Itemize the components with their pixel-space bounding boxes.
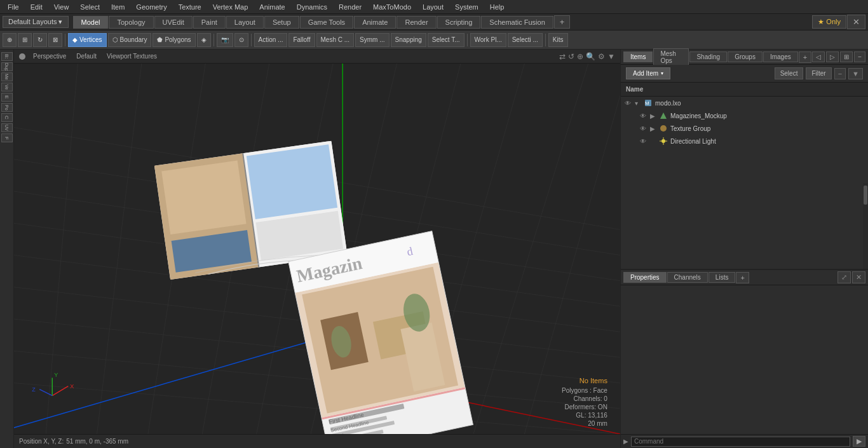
- rtab-mesh-ops[interactable]: Mesh Ops: [653, 48, 689, 66]
- tool-vertices[interactable]: ◆ Vertices: [68, 33, 107, 47]
- sidebar-btn-vert[interactable]: Ve: [1, 83, 13, 92]
- tab-schematic-fusion[interactable]: Schematic Fusion: [481, 16, 553, 29]
- menu-file[interactable]: File: [3, 2, 24, 12]
- viewport-dot[interactable]: [19, 53, 25, 60]
- viewport-tool-more[interactable]: ▼: [607, 52, 615, 61]
- items-group-header-modo[interactable]: 👁 ▾ M modo.lxo: [621, 97, 868, 109]
- tab-uvedit[interactable]: UVEdit: [154, 16, 193, 29]
- tool-work-pl[interactable]: Work Pl...: [470, 33, 506, 47]
- viewport-tool-rotate[interactable]: ↺: [568, 52, 574, 61]
- items-scrollbar[interactable]: [863, 183, 868, 269]
- viewport-tool-zoom[interactable]: ⊕: [577, 52, 583, 61]
- bottom-action-close[interactable]: ✕: [852, 271, 865, 283]
- tool-camera[interactable]: 📷: [217, 33, 233, 47]
- tab-topology[interactable]: Topology: [109, 16, 153, 29]
- rtab-shading[interactable]: Shading: [689, 51, 727, 62]
- items-scrollbar-thumb[interactable]: [864, 186, 867, 205]
- sidebar-btn-uv[interactable]: UV: [1, 123, 13, 132]
- star-only-button[interactable]: ★ Only: [812, 15, 846, 29]
- viewport-tool-search[interactable]: 🔍: [586, 52, 595, 61]
- select-button[interactable]: Select: [775, 67, 804, 79]
- layout-dropdown[interactable]: Default Layouts ▾: [3, 16, 69, 28]
- add-layout-tab-button[interactable]: +: [554, 15, 571, 29]
- menu-system[interactable]: System: [450, 2, 484, 12]
- items-expand-magazines[interactable]: ▶: [650, 112, 656, 119]
- sidebar-btn-1[interactable]: B:: [1, 52, 13, 61]
- rtab-items[interactable]: Items: [623, 51, 653, 62]
- items-expand-texture[interactable]: ▶: [650, 125, 656, 132]
- tab-scripting[interactable]: Scripting: [437, 16, 481, 29]
- menu-animate[interactable]: Animate: [254, 2, 290, 12]
- menu-render[interactable]: Render: [334, 2, 367, 12]
- items-row-magazines[interactable]: 👁 ▶ Magazines_Mockup: [636, 109, 868, 122]
- viewport-default-label[interactable]: Default: [74, 53, 99, 60]
- bottom-action-expand[interactable]: ⤢: [837, 271, 851, 283]
- add-bottom-tab-button[interactable]: +: [736, 272, 749, 283]
- right-action-next[interactable]: ▷: [826, 51, 839, 62]
- close-layout-button[interactable]: ✕: [847, 15, 865, 29]
- rtab-images[interactable]: Images: [763, 51, 798, 62]
- menu-dynamics[interactable]: Dynamics: [292, 2, 332, 12]
- menu-texture[interactable]: Texture: [173, 2, 207, 12]
- tool-transform[interactable]: ⊞: [18, 33, 32, 47]
- right-action-btn-minus[interactable]: −: [834, 68, 846, 79]
- tab-game-tools[interactable]: Game Tools: [300, 16, 354, 29]
- viewport-tool-arrows[interactable]: ⇄: [559, 52, 566, 61]
- tab-layout[interactable]: Layout: [226, 16, 264, 29]
- tool-polygons[interactable]: ⬟ Polygons: [153, 33, 195, 47]
- tool-kits[interactable]: Kits: [548, 33, 568, 47]
- items-row-directional-light[interactable]: 👁 Directional Light: [636, 135, 868, 147]
- sidebar-btn-e[interactable]: E: [1, 93, 13, 102]
- tool-selecti[interactable]: Selecti ...: [508, 33, 543, 47]
- tab-setup[interactable]: Setup: [264, 16, 299, 29]
- rbtab-properties[interactable]: Properties: [623, 272, 667, 283]
- menu-geometry[interactable]: Geometry: [131, 2, 172, 12]
- tool-boundary[interactable]: ⬡ Boundary: [108, 33, 152, 47]
- right-action-btn-arrow[interactable]: ▼: [848, 68, 863, 79]
- menu-edit[interactable]: Edit: [25, 2, 48, 12]
- tool-scale[interactable]: ⊠: [48, 33, 62, 47]
- menu-help[interactable]: Help: [485, 2, 510, 12]
- right-action-grid[interactable]: ⊞: [840, 51, 853, 62]
- tab-animate[interactable]: Animate: [354, 16, 396, 29]
- menu-maxtomodo[interactable]: MaxToModo: [368, 2, 416, 12]
- menu-item[interactable]: Item: [106, 2, 130, 12]
- viewport[interactable]: Perspective Default Viewport Textures ⇄ …: [14, 50, 620, 448]
- tool-falloff[interactable]: Falloff: [288, 33, 315, 47]
- rbtab-lists[interactable]: Lists: [709, 272, 736, 283]
- menu-select[interactable]: Select: [75, 2, 105, 12]
- menu-layout[interactable]: Layout: [417, 2, 449, 12]
- viewport-tool-settings[interactable]: ⚙: [598, 52, 605, 61]
- command-arrow[interactable]: ▶: [623, 438, 628, 445]
- add-right-tab-button[interactable]: +: [799, 51, 811, 63]
- tab-paint[interactable]: Paint: [193, 16, 226, 29]
- tool-rotate[interactable]: ↻: [33, 33, 47, 47]
- tool-sphere[interactable]: ⊙: [234, 33, 248, 47]
- items-eye-light[interactable]: 👁: [639, 137, 648, 146]
- items-eye-magazines[interactable]: 👁: [639, 111, 648, 120]
- viewport-perspective-label[interactable]: Perspective: [31, 53, 69, 60]
- right-action-minus[interactable]: −: [854, 51, 865, 62]
- items-row-texture-group[interactable]: 👁 ▶ Texture Group: [636, 122, 868, 135]
- rbtab-channels[interactable]: Channels: [667, 272, 708, 283]
- sidebar-btn-f[interactable]: F: [1, 133, 13, 142]
- add-item-button[interactable]: Add Item ▾: [626, 67, 670, 79]
- viewport-canvas[interactable]: Magazin d First Headline Second Headline…: [14, 64, 620, 434]
- sidebar-btn-pol[interactable]: Po: [1, 103, 13, 112]
- rtab-groups[interactable]: Groups: [728, 51, 763, 62]
- tool-move[interactable]: ⊕: [3, 33, 17, 47]
- tool-select-t[interactable]: Select T...: [428, 33, 465, 47]
- tool-select-mode[interactable]: ◈: [197, 33, 211, 47]
- items-eye-modo[interactable]: 👁: [623, 98, 632, 107]
- tool-snapping[interactable]: Snapping: [391, 33, 426, 47]
- tool-symm[interactable]: Symm ...: [355, 33, 389, 47]
- items-eye-texture[interactable]: 👁: [639, 124, 648, 133]
- tab-model[interactable]: Model: [73, 16, 109, 29]
- menu-view[interactable]: View: [49, 2, 74, 12]
- command-input[interactable]: [631, 437, 850, 447]
- filter-button[interactable]: Filter: [806, 67, 831, 79]
- sidebar-btn-mesh[interactable]: Me: [1, 72, 13, 81]
- tool-mesh-c[interactable]: Mesh C ...: [316, 33, 355, 47]
- menu-vertex-map[interactable]: Vertex Map: [208, 2, 254, 12]
- items-expand-modo[interactable]: ▾: [635, 100, 641, 107]
